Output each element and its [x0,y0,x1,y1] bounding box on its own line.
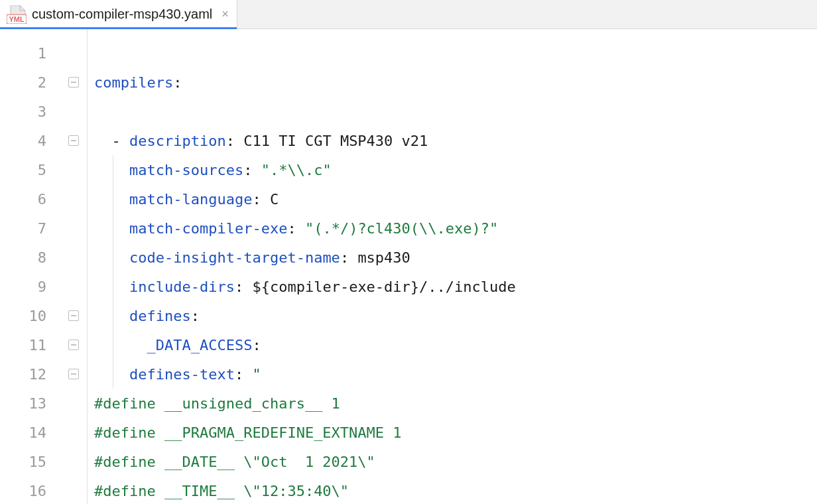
code-token: match-compiler-exe [129,220,287,237]
code-line[interactable]: compilers: [94,68,817,97]
fold-toggle-icon[interactable] [68,135,79,146]
code-token: C11 TI CGT MSP430 v21 [243,133,428,149]
fold-toggle-icon[interactable] [68,340,79,350]
code-token: : [252,191,270,208]
code-token: : [243,162,261,178]
file-tab[interactable]: YML custom-compiler-msp430.yaml × [0,0,237,29]
code-token: ${compiler-exe-dir}/../include [252,279,515,295]
fold-cell [60,272,88,301]
tab-bar: YML custom-compiler-msp430.yaml × [0,0,817,29]
line-number: 2 [0,68,60,97]
code-line[interactable]: - description: C11 TI CGT MSP430 v21 [94,126,817,155]
code-token [94,191,129,208]
fold-cell [60,389,88,418]
code-token: : [340,249,358,266]
code-token: : [191,308,200,324]
code-token: defines-text [129,366,235,383]
code-token: code-insight-target-name [129,249,340,266]
code-line[interactable]: match-sources: ".*\\.c" [94,155,817,184]
line-number: 5 [0,155,60,184]
fold-toggle-icon[interactable] [68,77,79,88]
svg-text:YML: YML [9,15,25,23]
code-token: : [252,337,261,353]
fold-cell [60,418,88,447]
code-token: "(.*/)?cl430(\\.exe)?" [305,220,498,237]
fold-cell [60,359,88,389]
fold-cell [60,330,88,359]
code-token: description [129,133,226,149]
line-number: 13 [0,389,60,418]
fold-gutter [60,29,88,504]
fold-cell [60,476,88,504]
code-line[interactable]: defines: [94,301,817,330]
fold-cell [60,97,88,126]
line-number-gutter: 12345678910111213141516 [0,29,60,504]
code-line[interactable]: #define __unsigned_chars__ 1 [94,389,817,418]
code-line[interactable]: #define __TIME__ \"12:35:40\" [94,476,817,504]
code-area[interactable]: compilers: - description: C11 TI CGT MSP… [88,29,817,504]
indent-guide [113,359,113,389]
yaml-file-icon: YML [7,5,27,24]
code-token: - [94,133,129,149]
code-token: : [173,74,182,91]
fold-cell [60,68,88,97]
code-line[interactable]: match-language: C [94,184,817,214]
code-token [94,279,129,295]
code-token [94,337,147,353]
line-number: 14 [0,418,60,447]
code-token: " [252,366,261,383]
indent-guide [113,155,113,184]
code-line[interactable]: defines-text: " [94,359,817,389]
code-line[interactable]: #define __DATE__ \"Oct 1 2021\" [94,447,817,476]
code-token: : [235,279,253,295]
code-token [94,162,129,178]
code-line[interactable]: #define __PRAGMA_REDEFINE_EXTNAME 1 [94,418,817,447]
code-line[interactable] [94,97,817,126]
code-token: #define __PRAGMA_REDEFINE_EXTNAME 1 [94,424,402,441]
code-token: msp430 [357,249,410,266]
code-token: : [226,133,244,149]
code-token [94,220,129,237]
code-token: : [235,366,253,383]
fold-cell [60,243,88,272]
code-token: include-dirs [129,279,235,295]
code-token: _DATA_ACCESS [147,337,252,353]
line-number: 10 [0,301,60,330]
fold-cell [60,155,88,184]
line-number: 16 [0,476,60,504]
close-icon[interactable]: × [221,7,229,21]
indent-guide [113,272,113,301]
line-number: 8 [0,243,60,272]
fold-toggle-icon[interactable] [68,310,79,321]
code-line[interactable]: include-dirs: ${compiler-exe-dir}/../inc… [94,272,817,301]
line-number: 15 [0,447,60,476]
line-number: 11 [0,330,60,359]
indent-guide [113,301,113,330]
code-token: ".*\\.c" [261,162,332,178]
line-number: 7 [0,214,60,243]
code-token: C [270,191,279,208]
fold-cell [60,447,88,476]
fold-cell [60,184,88,214]
code-token: #define __unsigned_chars__ 1 [94,395,340,412]
indent-guide [113,243,113,272]
code-token [94,249,129,266]
line-number: 1 [0,38,60,68]
code-line[interactable]: code-insight-target-name: msp430 [94,243,817,272]
editor: 12345678910111213141516 compilers: - des… [0,29,817,504]
code-token: compilers [94,74,173,91]
indent-guide [113,330,113,359]
fold-cell [60,301,88,330]
tab-filename: custom-compiler-msp430.yaml [32,7,212,22]
code-token: #define __TIME__ \"12:35:40\" [94,483,349,499]
code-token: #define __DATE__ \"Oct 1 2021\" [94,454,375,470]
line-number: 6 [0,184,60,214]
code-token [94,366,129,383]
code-token: match-sources [129,162,243,178]
fold-toggle-icon[interactable] [68,369,79,379]
code-line[interactable]: match-compiler-exe: "(.*/)?cl430(\\.exe)… [94,214,817,243]
line-number: 9 [0,272,60,301]
code-line[interactable]: _DATA_ACCESS: [94,330,817,359]
code-line[interactable] [94,38,817,68]
line-number: 4 [0,126,60,155]
